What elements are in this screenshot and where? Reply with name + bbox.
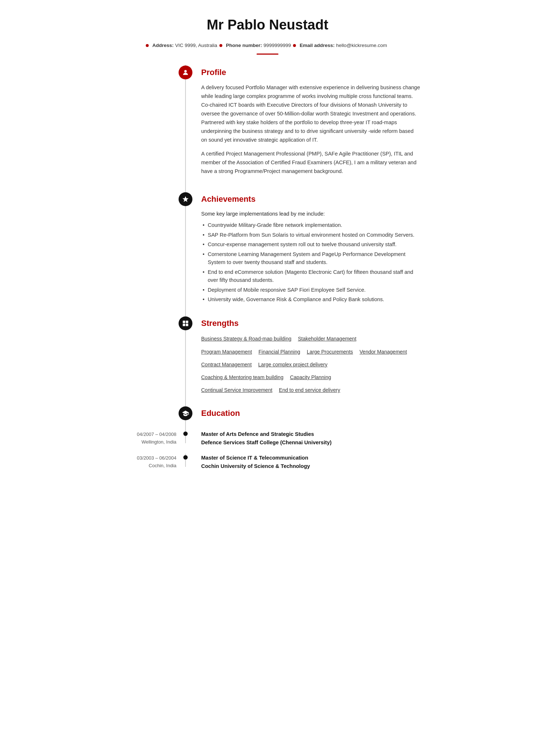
phone-label: Phone number: — [226, 42, 262, 49]
strengths-section: Strengths Business Strategy & Road-map b… — [114, 316, 421, 395]
achievements-left — [114, 192, 176, 305]
strength-item: Coaching & Mentoring team building — [201, 373, 284, 382]
edu-dot-2 — [183, 455, 188, 460]
education-entry-2: 03/2003 – 06/2004 Cochin, India Master o… — [114, 454, 421, 470]
edu-degree-1: Master of Arts Defence and Strategic Stu… — [201, 430, 421, 438]
strengths-row-4: Coaching & Mentoring team building Capac… — [201, 373, 421, 382]
svg-rect-3 — [186, 321, 188, 323]
achievements-section: Achievements Some key large implementati… — [114, 192, 421, 305]
address-label: Address: — [152, 42, 174, 49]
profile-icon — [179, 66, 192, 79]
strengths-row-3: Contract Management Large complex projec… — [201, 360, 421, 369]
strengths-icon — [179, 316, 192, 330]
edu-degree-2: Master of Science IT & Telecommunication — [201, 454, 421, 462]
achievements-list: Countrywide Military-Grade fibre network… — [201, 221, 421, 303]
email-item: Email address: hello@kickresume.com — [300, 42, 387, 49]
edu-location-1: Wellington, India — [114, 438, 176, 446]
list-item: Cornerstone Learning Management System a… — [201, 250, 421, 267]
achievements-intro: Some key large implementations lead by m… — [201, 210, 421, 218]
address-item: Address: VIC 9999, Australia — [152, 42, 217, 49]
achievements-content: Achievements Some key large implementati… — [195, 192, 421, 305]
edu-date-2: 03/2003 – 06/2004 Cochin, India — [114, 454, 176, 470]
list-item: University wide, Governance Risk & Compl… — [201, 295, 421, 303]
list-item: Concur-expense management system roll ou… — [201, 240, 421, 248]
strength-item: Business Strategy & Road-map building — [201, 334, 291, 343]
strength-item: Vendor Management — [360, 347, 407, 357]
address-value: VIC 9999, Australia — [175, 42, 218, 49]
svg-marker-1 — [183, 196, 189, 202]
edu-timeline-1 — [176, 430, 195, 436]
list-item: End to end eCommerce solution (Magento E… — [201, 268, 421, 284]
header-divider — [257, 54, 278, 55]
edu-content-2: Master of Science IT & Telecommunication… — [195, 454, 421, 470]
strength-item: End to end service delivery — [279, 386, 340, 395]
profile-title: Profile — [201, 66, 421, 78]
svg-rect-5 — [186, 324, 188, 326]
strengths-row-1: Business Strategy & Road-map building St… — [201, 334, 421, 343]
education-title-content: Education — [195, 406, 421, 424]
email-label: Email address: — [300, 42, 335, 49]
strength-item: Continual Service Improvement — [201, 386, 272, 395]
edu-date-1: 04/2007 – 04/2008 Wellington, India — [114, 430, 176, 446]
edu-location-2: Cochin, India — [114, 462, 176, 470]
edu-date-range-1: 04/2007 – 04/2008 — [114, 431, 176, 438]
edu-dot-1 — [183, 432, 188, 436]
profile-content: Profile A delivery focused Portfolio Man… — [195, 65, 421, 181]
phone-dot — [219, 44, 222, 47]
edu-timeline-2 — [176, 454, 195, 460]
achievements-timeline-line — [185, 192, 186, 316]
strength-item: Large Procurements — [307, 347, 353, 357]
education-header-left — [114, 406, 176, 424]
resume-page: Mr Pablo Neustadt Address: VIC 9999, Aus… — [104, 0, 431, 499]
achievements-title: Achievements — [201, 193, 421, 205]
achievements-icon — [179, 192, 192, 206]
email-dot — [293, 44, 296, 47]
strength-item: Stakeholder Management — [298, 334, 356, 343]
profile-timeline — [176, 65, 195, 181]
edu-institution-2: Cochin University of Science & Technolog… — [201, 462, 421, 470]
svg-point-0 — [184, 70, 187, 73]
edu-date-range-2: 03/2003 – 06/2004 — [114, 454, 176, 462]
strengths-grid: Business Strategy & Road-map building St… — [201, 334, 421, 395]
email-value: hello@kickresume.com — [336, 42, 387, 49]
strengths-left — [114, 316, 176, 395]
profile-section: Profile A delivery focused Portfolio Man… — [114, 65, 421, 181]
education-entry-1: 04/2007 – 04/2008 Wellington, India Mast… — [114, 430, 421, 446]
strength-item: Program Management — [201, 347, 252, 357]
phone-item: Phone number: 9999999999 — [226, 42, 291, 49]
list-item: Countrywide Military-Grade fibre network… — [201, 221, 421, 229]
profile-para-2: A certified Project Management Professio… — [201, 150, 421, 176]
education-header-section: Education — [114, 406, 421, 424]
strengths-row-2: Program Management Financial Planning La… — [201, 347, 421, 357]
candidate-name: Mr Pablo Neustadt — [114, 15, 421, 35]
education-icon — [179, 406, 192, 420]
strengths-content: Strengths Business Strategy & Road-map b… — [195, 316, 421, 395]
strengths-timeline — [176, 316, 195, 395]
strength-item: Capacity Planning — [290, 373, 331, 382]
achievements-timeline — [176, 192, 195, 305]
edu-content-1: Master of Arts Defence and Strategic Stu… — [195, 430, 421, 446]
phone-value: 9999999999 — [263, 42, 291, 49]
svg-rect-4 — [183, 324, 186, 326]
strength-item: Contract Management — [201, 360, 252, 369]
education-header-timeline — [176, 406, 195, 424]
svg-rect-2 — [183, 321, 186, 323]
edu-institution-1: Defence Services Staff College (Chennai … — [201, 438, 421, 446]
profile-left — [114, 65, 176, 181]
list-item: SAP Re-Platform from Sun Solaris to virt… — [201, 231, 421, 239]
education-title: Education — [201, 407, 421, 419]
strength-item: Financial Planning — [258, 347, 300, 357]
contact-bar: Address: VIC 9999, Australia Phone numbe… — [114, 42, 421, 49]
profile-timeline-line — [185, 65, 186, 192]
strength-item: Large complex project delivery — [258, 360, 328, 369]
profile-para-1: A delivery focused Portfolio Manager wit… — [201, 83, 421, 144]
list-item: Deployment of Mobile responsive SAP Fior… — [201, 286, 421, 294]
strengths-title: Strengths — [201, 317, 421, 329]
strengths-row-5: Continual Service Improvement End to end… — [201, 386, 421, 395]
address-dot — [146, 44, 149, 47]
